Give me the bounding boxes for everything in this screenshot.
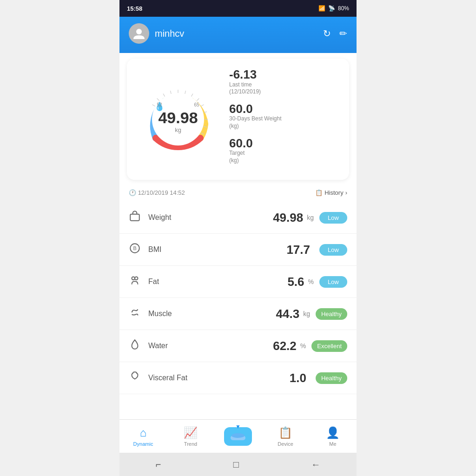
last-time-label: Last time (12/10/2019) [229,81,340,96]
svg-line-3 [157,98,159,100]
weight-icon [129,210,144,225]
svg-line-7 [185,91,186,94]
scale-nav-center: ▼ [224,427,252,446]
muscle-unit: kg [303,310,310,317]
edit-button[interactable]: ✏ [339,28,347,39]
gauge-weight-value: 49.98 [158,109,198,125]
svg-point-21 [132,277,135,280]
metric-item-water[interactable]: Water 62.2 % Excellent [119,330,357,362]
avatar [129,23,149,44]
fat-unit: % [308,278,314,285]
fat-badge: Low [319,276,347,288]
home-button[interactable]: □ [233,459,239,470]
history-link[interactable]: 📋 History › [315,189,347,196]
stat-target: 60.0 Target (kg) [229,137,340,165]
water-icon [129,338,144,353]
weight-badge: Low [319,212,347,224]
back-button[interactable]: ← [311,459,320,470]
weight-gauge: 💧 52 65 49.98 kg [136,78,220,161]
phone-frame: 15:58 📶 📡 80% minhcv ↻ ✏ [119,0,357,476]
stat-best-weight: 60.0 30-Days Best Weight (kg) [229,102,340,130]
metric-item-muscle[interactable]: Muscle 44.3 kg Healthy [119,298,357,330]
svg-point-22 [135,277,138,280]
metric-item-bmi[interactable]: B BMI 17.7 Low [119,234,357,266]
water-name: Water [148,342,273,350]
header-actions: ↻ ✏ [323,28,347,39]
trend-nav-label: Trend [184,441,197,447]
battery-level: 80% [338,5,349,12]
nav-item-me[interactable]: 👤 Me [319,426,347,447]
target-value: 60.0 [229,137,340,150]
svg-line-10 [201,105,204,106]
signal-bars: 📡 [328,5,335,12]
muscle-value: 44.3 [276,307,300,321]
water-unit: % [300,342,306,350]
water-value: 62.2 [273,339,297,353]
bmi-icon: B [129,242,144,257]
weight-card: 💧 52 65 49.98 kg -6.13 Last time (12/10/… [127,59,349,180]
device-nav-label: Device [278,441,293,447]
muscle-name: Muscle [148,310,276,318]
muscle-icon [129,306,144,321]
measurement-date: 🕐 12/10/2019 14:52 [129,189,185,196]
weight-name: Weight [148,213,273,222]
nav-item-trend[interactable]: 📈 Trend [177,426,205,447]
fat-name: Fat [148,278,287,286]
trend-nav-icon: 📈 [184,426,198,439]
device-nav-icon: 📋 [278,426,292,439]
nav-item-dynamic[interactable]: ⌂ Dynamic [129,426,157,447]
scale-icon [230,432,246,441]
stat-last-time: -6.13 Last time (12/10/2019) [229,68,340,96]
dynamic-nav-label: Dynamic [133,441,153,447]
visceralfat-value: 1.0 [290,371,306,385]
content-scroll: 💧 52 65 49.98 kg -6.13 Last time (12/10/… [119,53,357,422]
svg-line-9 [197,98,199,100]
svg-text:B: B [133,246,136,251]
nav-item-device[interactable]: 📋 Device [271,426,299,447]
history-icon: 📋 [315,189,323,196]
svg-point-24 [231,433,245,438]
metric-item-weight[interactable]: Weight 49.98 kg Low [119,202,357,234]
svg-text:65: 65 [194,102,199,107]
svg-rect-18 [130,214,139,221]
refresh-button[interactable]: ↻ [323,28,331,39]
gauge-weight-unit: kg [158,126,198,133]
scale-arrow: ▼ [235,423,241,430]
bmi-name: BMI [148,245,286,254]
username: minhcv [155,28,184,39]
best-weight-label: 30-Days Best Weight (kg) [229,115,340,130]
header-left: minhcv [129,23,184,44]
me-nav-icon: 👤 [326,426,340,439]
visceralfat-badge: Healthy [316,372,347,384]
status-time: 15:58 [127,5,142,12]
svg-text:52: 52 [157,102,162,107]
fat-value: 5.6 [287,275,304,289]
weight-value: 49.98 [273,211,303,225]
last-time-delta: -6.13 [229,68,340,81]
nav-item-scale[interactable]: ▼ [224,427,252,446]
stats-panel: -6.13 Last time (12/10/2019) 60.0 30-Day… [229,68,340,171]
wifi-icon: 📶 [318,5,325,12]
recent-apps-button[interactable]: ⌐ [156,459,161,470]
muscle-badge: Healthy [316,308,347,320]
svg-line-8 [192,93,193,96]
app-header: minhcv ↻ ✏ [119,17,357,53]
metric-item-visceralfat[interactable]: Visceral Fat 1.0 Healthy [119,362,357,394]
visceralfat-icon [129,370,144,385]
me-nav-label: Me [329,441,336,447]
metric-item-fat[interactable]: Fat 5.6 % Low [119,266,357,298]
svg-line-5 [170,91,171,94]
dynamic-nav-icon: ⌂ [140,426,147,439]
bmi-badge: Low [319,244,347,256]
metrics-list: Weight 49.98 kg Low B BMI 17.7 Low Fat 5… [119,202,357,394]
bottom-nav: ⌂ Dynamic 📈 Trend ▼ 📋 Device 👤 Me [119,419,357,453]
fat-icon [129,274,144,289]
target-label: Target (kg) [229,150,340,164]
bmi-value: 17.7 [286,243,310,257]
system-nav: ⌐ □ ← [119,453,357,476]
gauge-center: 49.98 kg [158,109,198,133]
status-icons: 📶 📡 80% [318,5,349,12]
svg-point-0 [136,29,142,34]
status-bar: 15:58 📶 📡 80% [119,0,357,17]
water-badge: Excellent [311,340,347,352]
